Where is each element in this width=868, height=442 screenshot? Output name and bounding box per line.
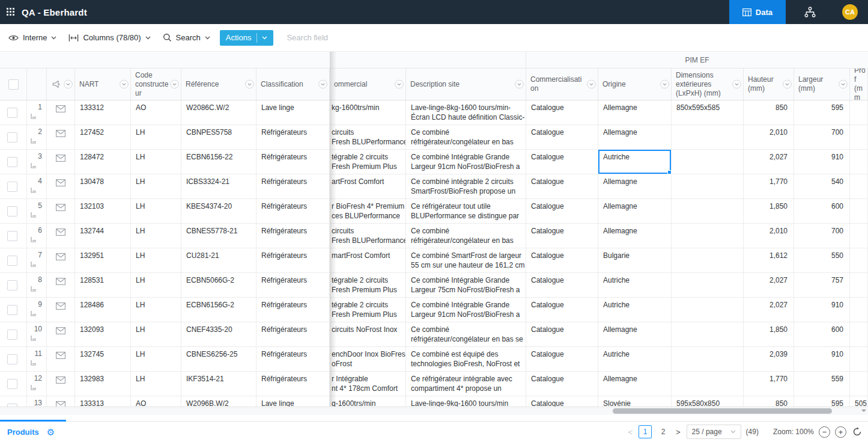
- column-header-origine[interactable]: Origine: [598, 69, 672, 100]
- column-menu-icon[interactable]: [660, 80, 669, 89]
- cell-classification[interactable]: Lave linge: [256, 100, 330, 124]
- column-menu-icon[interactable]: [395, 80, 404, 89]
- cell-classification[interactable]: Réfrigérateurs: [256, 125, 330, 149]
- expand-row-icon[interactable]: [31, 360, 37, 366]
- cell-description[interactable]: Ce combiné Intégrable Grande Largeur 91c…: [406, 298, 526, 322]
- cell-classification[interactable]: Réfrigérateurs: [256, 150, 330, 174]
- nav-data-button[interactable]: Data: [729, 0, 786, 24]
- refresh-button[interactable]: [852, 427, 862, 437]
- cell-largeur[interactable]: 595: [794, 100, 850, 124]
- column-header-classification[interactable]: Classification: [256, 69, 330, 100]
- expand-row-icon[interactable]: [31, 163, 37, 168]
- row-mail-cell[interactable]: [47, 100, 75, 124]
- cell-origine[interactable]: Allemagne: [598, 322, 672, 346]
- column-header-profondeur[interactable]: Prof (mm: [850, 69, 868, 100]
- column-menu-icon[interactable]: [170, 80, 179, 89]
- row-mail-cell[interactable]: [47, 322, 75, 346]
- cell-commercial[interactable]: circuits Fresh BLUPerformance: [330, 224, 406, 248]
- column-header-reference[interactable]: Référence: [181, 69, 256, 100]
- cell-nart[interactable]: 130478: [75, 174, 131, 198]
- cell-classification[interactable]: Réfrigérateurs: [256, 199, 330, 223]
- row-mail-cell[interactable]: [47, 248, 75, 272]
- cell-prof[interactable]: [850, 150, 868, 174]
- cell-reference[interactable]: IKF3514-21: [181, 372, 256, 396]
- column-header-code-constructeur[interactable]: Code constructeur: [131, 69, 181, 100]
- cell-nart[interactable]: 133312: [75, 100, 131, 124]
- cell-prof[interactable]: [850, 322, 868, 346]
- row-mail-cell[interactable]: [47, 150, 75, 174]
- cell-hauteur[interactable]: 2,027: [744, 298, 794, 322]
- cell-reference[interactable]: ECBN5066G-2: [181, 273, 256, 297]
- row-checkbox[interactable]: [7, 305, 17, 315]
- expand-row-icon[interactable]: [31, 311, 37, 316]
- cell-nart[interactable]: 132744: [75, 224, 131, 248]
- cell-reference[interactable]: ECBN6156G-2: [181, 298, 256, 322]
- zoom-in-button[interactable]: +: [835, 426, 846, 438]
- horizontal-scrollbar[interactable]: [0, 407, 868, 415]
- column-menu-icon[interactable]: [318, 80, 327, 89]
- cell-largeur[interactable]: 700: [794, 125, 850, 149]
- cell-largeur[interactable]: 600: [794, 322, 850, 346]
- cell-code[interactable]: LH: [131, 372, 181, 396]
- cell-prof[interactable]: [850, 224, 868, 248]
- cell-description[interactable]: Ce combiné intégrable 2 circuits SmartFr…: [406, 174, 526, 198]
- column-menu-icon[interactable]: [732, 80, 741, 89]
- cell-commercialisation[interactable]: Catalogue: [526, 372, 598, 396]
- expand-row-icon[interactable]: [31, 237, 37, 242]
- cell-nart[interactable]: 133313: [75, 396, 131, 407]
- cell-largeur[interactable]: 757: [794, 273, 850, 297]
- actions-button[interactable]: Actions: [220, 30, 274, 46]
- row-checkbox[interactable]: [7, 108, 17, 118]
- column-header-hauteur[interactable]: Hauteur (mm): [744, 69, 794, 100]
- row-checkbox[interactable]: [7, 231, 17, 241]
- hierarchy-button[interactable]: [786, 0, 834, 24]
- column-header-description-site[interactable]: Description site: [406, 69, 526, 100]
- cell-classification[interactable]: Réfrigérateurs: [256, 298, 330, 322]
- cell-nart[interactable]: 128531: [75, 273, 131, 297]
- page-size-select[interactable]: 25 / page: [687, 425, 741, 439]
- column-header-commercial[interactable]: ommercial: [330, 69, 406, 100]
- cell-commercial[interactable]: artFrost Comfort: [330, 174, 406, 198]
- cell-hauteur[interactable]: 2,039: [744, 347, 794, 371]
- cell-largeur[interactable]: 550: [794, 248, 850, 272]
- mail-column-header[interactable]: [47, 69, 75, 100]
- cell-commercial[interactable]: kg-1600trs/min: [330, 100, 406, 124]
- cell-origine[interactable]: Allemagne: [598, 100, 672, 124]
- cell-commercialisation[interactable]: Catalogue: [526, 174, 598, 198]
- cell-commercial[interactable]: enchDoor Inox BioFresh oFrost: [330, 347, 406, 371]
- expand-row-icon[interactable]: [31, 336, 37, 341]
- cell-description[interactable]: Ce combiné Intégrable Grande Largeur 91c…: [406, 150, 526, 174]
- cell-hauteur[interactable]: 1,770: [744, 174, 794, 198]
- apps-grid-icon[interactable]: [7, 8, 15, 16]
- cell-origine[interactable]: Allemagne: [598, 125, 672, 149]
- row-number-cell[interactable]: 4: [27, 174, 47, 198]
- cell-commercial[interactable]: r Intégrable nt 4* 178cm Comfort: [330, 372, 406, 396]
- cell-origine[interactable]: Autriche: [598, 347, 672, 371]
- cell-origine[interactable]: Autriche: [598, 298, 672, 322]
- search-input[interactable]: [285, 32, 420, 43]
- cell-prof[interactable]: [850, 174, 868, 198]
- cell-dimensions[interactable]: [672, 174, 744, 198]
- cell-prof[interactable]: [850, 298, 868, 322]
- expand-row-icon[interactable]: [31, 286, 37, 292]
- row-mail-cell[interactable]: [47, 347, 75, 371]
- cell-commercialisation[interactable]: Catalogue: [526, 396, 598, 407]
- cell-reference[interactable]: ICBS3324-21: [181, 174, 256, 198]
- row-checkbox[interactable]: [7, 182, 17, 192]
- cell-classification[interactable]: Réfrigérateurs: [256, 347, 330, 371]
- cell-dimensions[interactable]: [672, 347, 744, 371]
- cell-code[interactable]: LH: [131, 347, 181, 371]
- cell-commercialisation[interactable]: Catalogue: [526, 100, 598, 124]
- row-number-cell[interactable]: 7: [27, 248, 47, 272]
- cell-nart[interactable]: 132951: [75, 248, 131, 272]
- horizontal-scrollbar-thumb[interactable]: [613, 408, 832, 414]
- column-header-commercialisation[interactable]: Commercialisation: [526, 69, 598, 100]
- cell-commercialisation[interactable]: Catalogue: [526, 273, 598, 297]
- cell-prof[interactable]: [850, 199, 868, 223]
- expand-row-icon[interactable]: [31, 138, 37, 144]
- row-checkbox[interactable]: [7, 132, 17, 143]
- cell-largeur[interactable]: 700: [794, 224, 850, 248]
- cell-largeur[interactable]: 910: [794, 150, 850, 174]
- cell-reference[interactable]: KBES4374-20: [181, 199, 256, 223]
- cell-code[interactable]: AO: [131, 100, 181, 124]
